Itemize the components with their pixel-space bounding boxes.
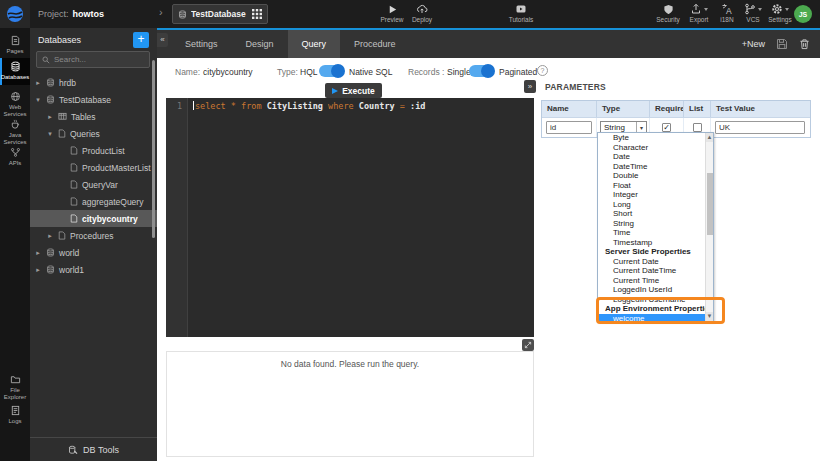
branch-icon <box>744 3 756 15</box>
dropdown-option[interactable]: Current Date <box>598 257 713 267</box>
tutorials-button[interactable]: Tutorials <box>503 3 539 23</box>
chevron-right-icon[interactable]: ▸ <box>46 232 54 240</box>
delete-icon[interactable] <box>799 38 810 50</box>
wavemaker-logo[interactable] <box>0 0 30 28</box>
deploy-button[interactable]: Deploy <box>404 3 440 23</box>
sidebar-item-java-services[interactable]: Java Services <box>0 116 30 145</box>
tree-item-testdatabase[interactable]: ▾ TestDatabase <box>30 91 157 108</box>
gear-icon <box>771 3 783 15</box>
dropdown-scrollbar[interactable]: ▲ ▼ <box>705 133 713 321</box>
chevron-right-icon[interactable]: ▸ <box>34 79 42 87</box>
dropdown-option[interactable]: Long <box>598 200 713 210</box>
records-option-paginated[interactable]: Paginated <box>499 67 537 77</box>
project-label: Project: <box>38 9 69 19</box>
scrollbar-thumb[interactable] <box>707 173 713 235</box>
required-checkbox[interactable]: ✓ <box>662 123 671 132</box>
help-icon[interactable]: ? <box>537 65 548 76</box>
type-option-native-sql[interactable]: Native SQL <box>349 67 392 77</box>
tab-query[interactable]: Query <box>288 30 341 58</box>
results-panel: No data found. Please run the query. <box>166 351 534 457</box>
sidebar-item-file-explorer[interactable]: File Explorer <box>0 371 30 400</box>
db-tools-button[interactable]: DB Tools <box>30 437 157 461</box>
chevron-right-icon[interactable]: ▸ <box>34 249 42 257</box>
search-input[interactable] <box>54 55 144 64</box>
settings-button[interactable]: Settings <box>762 3 798 23</box>
tab-design[interactable]: Design <box>232 30 288 58</box>
param-name-input[interactable] <box>546 121 592 134</box>
chevron-right-icon[interactable]: ▸ <box>46 113 54 121</box>
code-token: CityListing <box>267 101 328 111</box>
sidebar-item-logs[interactable]: Logs <box>0 402 30 425</box>
cloud-upload-icon <box>416 3 428 15</box>
dropdown-option[interactable]: LoggedIn UserId <box>598 285 713 295</box>
tree-item-world[interactable]: ▸ world <box>30 244 157 261</box>
records-toggle[interactable] <box>469 65 494 77</box>
dropdown-option[interactable]: Time <box>598 228 713 238</box>
tab-procedure[interactable]: Procedure <box>340 30 410 58</box>
dropdown-option[interactable]: Timestamp <box>598 238 713 248</box>
database-icon <box>46 78 55 87</box>
dropdown-option[interactable]: LoggedIn Username <box>598 295 713 305</box>
sidebar-item-label: File Explorer <box>0 387 30 400</box>
tree-item-world1[interactable]: ▸ world1 <box>30 261 157 278</box>
tree-item-queryvar[interactable]: QueryVar <box>30 176 157 193</box>
user-avatar[interactable]: JS <box>794 5 812 23</box>
type-toggle[interactable] <box>319 65 344 77</box>
sidebar-item-databases[interactable]: Databases <box>0 58 30 85</box>
sidebar-item-web-services[interactable]: Web Services <box>0 88 30 117</box>
param-test-value-input[interactable] <box>715 121 805 134</box>
tab-bar: Settings Design Query Procedure +New <box>157 30 820 58</box>
collapse-parameters-button[interactable]: » <box>524 80 536 93</box>
tree-item-hrdb[interactable]: ▸ hrdb <box>30 74 157 91</box>
scroll-up-icon[interactable]: ▲ <box>706 133 713 142</box>
tree-item-label: TestDatabase <box>59 95 111 105</box>
deploy-label: Deploy <box>412 16 432 23</box>
collapse-panel-button[interactable]: « <box>157 33 168 47</box>
records-option-single[interactable]: Single <box>447 67 471 77</box>
dropdown-option[interactable]: Date <box>598 152 713 162</box>
query-name-value[interactable]: citybycountry <box>203 67 253 77</box>
database-selector[interactable]: TestDatabase <box>172 4 268 24</box>
tree-item-aggregatequery[interactable]: aggregateQuery <box>30 193 157 210</box>
chevron-down-icon[interactable]: ▾ <box>34 96 42 104</box>
sidebar-item-apis[interactable]: APIs <box>0 144 30 167</box>
tree-item-productlist[interactable]: ProductList <box>30 142 157 159</box>
tree-item-productmasterlist[interactable]: ProductMasterList <box>30 159 157 176</box>
new-query-button[interactable]: +New <box>742 39 765 49</box>
sql-editor[interactable]: 1 select * from CityListing where Countr… <box>166 98 534 337</box>
tree-item-procedures[interactable]: ▸ Procedures <box>30 227 157 244</box>
tree-scrollbar[interactable] <box>152 60 155 238</box>
dropdown-option[interactable]: Integer <box>598 190 713 200</box>
save-icon[interactable] <box>776 38 788 50</box>
execute-button[interactable]: Execute <box>325 83 382 98</box>
i18n-label: i18N <box>720 16 733 23</box>
dropdown-option[interactable]: Short <box>598 209 713 219</box>
dropdown-option[interactable]: String <box>598 219 713 229</box>
sidebar-item-pages[interactable]: Pages <box>0 32 30 55</box>
dropdown-option-welcome[interactable]: welcome <box>598 314 705 324</box>
tree-item-citybycountry[interactable]: citybycountry <box>30 210 157 227</box>
file-icon <box>70 197 78 206</box>
dropdown-option[interactable]: Byte <box>598 133 713 143</box>
chevron-right-icon[interactable]: ▸ <box>34 266 42 274</box>
dropdown-option[interactable]: DateTime <box>598 162 713 172</box>
tab-actions: +New <box>742 38 820 50</box>
parameters-title: PARAMETERS <box>545 82 606 92</box>
dropdown-group-server-side: Server Side Properties <box>598 247 713 257</box>
dropdown-option[interactable]: Double <box>598 171 713 181</box>
parameters-header-row: Name Type Required List Test Value <box>542 101 810 117</box>
scroll-down-icon[interactable]: ▼ <box>706 312 713 321</box>
tree-item-label: QueryVar <box>82 180 118 190</box>
tree-item-queries[interactable]: ▾ Queries <box>30 125 157 142</box>
list-checkbox[interactable] <box>693 123 702 132</box>
dropdown-option[interactable]: Current Time <box>598 276 713 286</box>
dropdown-option[interactable]: Current DateTime <box>598 266 713 276</box>
dropdown-option[interactable]: Character <box>598 143 713 153</box>
tree-item-tables[interactable]: ▸ Tables <box>30 108 157 125</box>
chevron-down-icon[interactable]: ▾ <box>46 130 54 138</box>
expand-editor-icon[interactable] <box>522 339 534 351</box>
tab-settings[interactable]: Settings <box>171 30 232 58</box>
add-database-button[interactable]: + <box>133 32 149 48</box>
type-option-hql[interactable]: HQL <box>300 67 317 77</box>
dropdown-option[interactable]: Float <box>598 181 713 191</box>
